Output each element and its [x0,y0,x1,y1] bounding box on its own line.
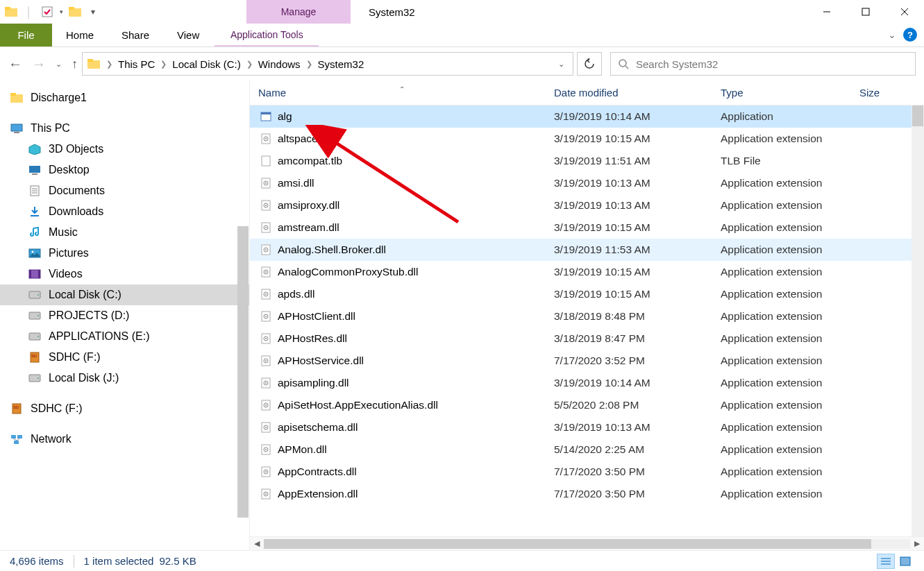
window-controls [807,0,924,24]
search-box[interactable] [610,52,916,76]
tab-application-tools[interactable]: Application Tools [215,24,319,46]
tree-item[interactable]: Pictures [0,243,249,264]
tree-item[interactable]: Desktop [0,160,249,180]
column-header-date[interactable]: Date modified [554,87,721,99]
ribbon-expand-icon[interactable]: ⌄ [888,29,896,40]
navigation-pane[interactable]: Discharge1 This PC 3D ObjectsDesktopDocu… [0,80,250,550]
close-button[interactable] [885,0,924,24]
nav-up-button[interactable]: ↑ [72,57,78,71]
file-row[interactable]: APHostService.dll7/17/2020 3:52 PMApplic… [250,350,912,372]
tree-item[interactable]: 3D Objects [0,139,249,160]
nav-forward-button[interactable]: → [32,56,46,72]
nav-history-dropdown[interactable]: ⌄ [56,60,62,69]
file-type: TLB File [721,155,859,167]
file-row[interactable]: apisetschema.dll3/19/2019 10:13 AMApplic… [250,416,912,438]
file-row[interactable]: apds.dll3/19/2019 10:15 AMApplication ex… [250,283,912,305]
title-bar: │ ▾ ▾ Manage System32 [0,0,924,24]
svg-rect-28 [29,270,31,278]
tree-item-network[interactable]: Network [0,429,249,450]
properties-icon[interactable] [39,3,56,20]
tree-item[interactable]: Downloads [0,201,249,222]
qat-dropdown-icon[interactable]: ▾ [85,3,101,20]
tab-home[interactable]: Home [52,24,108,46]
tab-view[interactable]: View [163,24,213,46]
file-row[interactable]: amstream.dll3/19/2019 10:15 AMApplicatio… [250,216,912,239]
file-type-icon [260,266,272,278]
breadcrumb-sep-icon[interactable]: ❯ [103,60,115,69]
search-input[interactable] [636,58,908,70]
column-header-name[interactable]: Name ⌃ [250,87,554,99]
tree-icon [28,143,42,155]
thumbnails-view-button[interactable] [896,554,914,569]
file-row[interactable]: alg3/19/2019 10:14 AMApplication [250,105,912,128]
column-header-type[interactable]: Type [721,87,859,99]
tree-item[interactable]: PROJECTS (D:) [0,305,249,326]
breadcrumb-item[interactable]: This PC [118,58,155,70]
chevron-down-icon[interactable]: ▾ [57,3,65,20]
breadcrumb[interactable]: ❯ This PC ❯ Local Disk (C:) ❯ Windows ❯ … [82,52,573,76]
details-view-button[interactable] [877,554,895,569]
breadcrumb-item[interactable]: Windows [258,58,301,70]
scroll-left-icon[interactable]: ◀ [250,539,264,548]
status-size: 92.5 KB [159,555,196,567]
scroll-right-icon[interactable]: ▶ [910,539,924,548]
horizontal-scrollbar[interactable]: ◀ ▶ [250,536,924,550]
contextual-tab-manage[interactable]: Manage [246,0,351,24]
sidebar-scrollbar[interactable] [237,80,249,550]
tree-item[interactable]: Documents [0,180,249,201]
file-name: APHostRes.dll [278,332,347,345]
svg-rect-1 [5,7,10,10]
file-row[interactable]: apisampling.dll3/19/2019 10:14 AMApplica… [250,372,912,394]
tree-icon [28,164,42,176]
nav-back-button[interactable]: ← [8,56,22,72]
file-list[interactable]: alg3/19/2019 10:14 AMApplicationaltspace… [250,105,912,536]
tree-item[interactable]: Local Disk (C:) [0,284,249,305]
tab-share[interactable]: Share [108,24,163,46]
file-row[interactable]: APHostClient.dll3/18/2019 8:48 PMApplica… [250,305,912,327]
tree-item-thispc[interactable]: This PC [0,118,249,139]
file-row[interactable]: APHostRes.dll3/18/2019 8:47 PMApplicatio… [250,327,912,350]
tree-item-drive[interactable]: SD SDHC (F:) [0,398,249,419]
refresh-button[interactable] [577,52,602,76]
file-type: Application extension [721,443,859,456]
file-row[interactable]: AnalogCommonProxyStub.dll3/19/2019 10:15… [250,261,912,283]
svg-point-88 [265,427,267,428]
file-row[interactable]: amsi.dll3/19/2019 10:13 AMApplication ex… [250,172,912,194]
svg-rect-10 [87,59,93,62]
breadcrumb-sep-icon[interactable]: ❯ [303,60,315,69]
file-type: Application extension [721,332,859,345]
file-tab[interactable]: File [0,24,52,46]
tree-item[interactable]: Videos [0,264,249,284]
column-header-size[interactable]: Size [859,87,924,99]
file-row[interactable]: APMon.dll5/14/2020 2:25 AMApplication ex… [250,438,912,461]
breadcrumb-item[interactable]: System32 [318,58,364,70]
file-row[interactable]: amsiproxy.dll3/19/2019 10:13 AMApplicati… [250,194,912,216]
breadcrumb-dropdown-icon[interactable]: ⌄ [554,60,569,69]
tree-icon [28,330,42,343]
tree-label: APPLICATIONS (E:) [49,330,150,343]
new-folder-icon[interactable] [67,3,83,20]
file-row[interactable]: altspace.dll3/19/2019 10:15 AMApplicatio… [250,128,912,150]
tree-item[interactable]: Music [0,222,249,243]
breadcrumb-sep-icon[interactable]: ❯ [158,60,169,69]
breadcrumb-item[interactable]: Local Disk (C:) [172,58,240,70]
tree-item-discharge[interactable]: Discharge1 [0,87,249,108]
file-row[interactable]: Analog.Shell.Broker.dll3/19/2019 11:53 A… [250,239,912,261]
file-row[interactable]: amcompat.tlb3/19/2019 11:51 AMTLB File [250,150,912,172]
tree-item[interactable]: Local Disk (J:) [0,368,249,389]
file-row[interactable]: AppContracts.dll7/17/2020 3:50 PMApplica… [250,461,912,483]
tree-item[interactable]: SDSDHC (F:) [0,347,249,368]
svg-rect-4 [69,7,74,10]
file-name: Analog.Shell.Broker.dll [278,244,386,256]
file-row[interactable]: AppExtension.dll7/17/2020 3:50 PMApplica… [250,483,912,505]
vertical-scrollbar[interactable] [912,105,924,536]
file-type-icon [260,377,272,389]
svg-point-91 [265,449,267,450]
minimize-button[interactable] [807,0,846,24]
file-type: Application extension [721,488,859,500]
breadcrumb-sep-icon[interactable]: ❯ [244,60,255,69]
help-icon[interactable]: ? [903,28,917,42]
maximize-button[interactable] [846,0,885,24]
tree-item[interactable]: APPLICATIONS (E:) [0,326,249,347]
file-row[interactable]: ApiSetHost.AppExecutionAlias.dll5/5/2020… [250,394,912,416]
